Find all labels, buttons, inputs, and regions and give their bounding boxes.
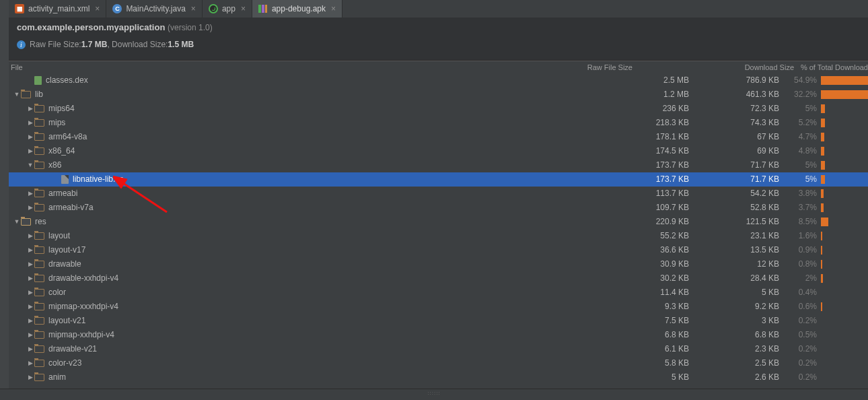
table-row[interactable]: ▶color11.4 KB5 KB0.4%	[9, 286, 868, 300]
col-raw-size[interactable]: Raw File Size	[587, 63, 632, 73]
tree-arrow-icon[interactable]: ▼	[13, 90, 21, 99]
percent-bar	[821, 302, 822, 311]
table-row[interactable]: ▶x86_64174.5 KB69 KB4.8%	[9, 144, 868, 158]
percent: 0.2%	[786, 343, 820, 355]
close-icon[interactable]: ×	[331, 3, 336, 15]
table-row[interactable]: ▶mips218.3 KB74.3 KB5.2%	[9, 116, 868, 130]
raw-size: 113.7 KB	[608, 188, 698, 199]
tree-arrow-icon[interactable]: ▶	[26, 119, 34, 127]
col-download-size[interactable]: Download Size	[745, 63, 794, 73]
col-file[interactable]: File	[11, 63, 23, 73]
download-size: 2.6 KB	[698, 372, 786, 383]
tree-arrow-icon[interactable]: ▶	[26, 345, 34, 354]
percent: 0.9%	[786, 244, 820, 256]
table-row[interactable]: classes.dex2.5 MB786.9 KB54.9%	[9, 73, 868, 88]
tree-arrow-icon[interactable]: ▶	[26, 331, 34, 339]
folder-icon	[34, 374, 44, 381]
editor-tabs: ▦activity_main.xml×CMainActivity.java×ap…	[9, 0, 868, 18]
tree-arrow-icon[interactable]: ▶	[26, 274, 34, 283]
apk-header-panel: com.example.person.myapplication (versio…	[9, 18, 868, 61]
info-icon: i	[17, 40, 26, 49]
percent-bar	[821, 189, 824, 198]
table-row[interactable]: ▼res220.9 KB121.5 KB8.5%	[9, 215, 868, 229]
table-row[interactable]: libnative-lib.so173.7 KB71.7 KB5%	[9, 172, 868, 187]
table-row[interactable]: ▼lib1.2 MB461.3 KB32.2%	[9, 88, 868, 102]
table-row[interactable]: ▶anim5 KB2.6 KB0.2%	[9, 370, 868, 385]
tree-arrow-icon[interactable]: ▶	[26, 373, 34, 382]
table-row[interactable]: ▶layout55.2 KB23.1 KB1.6%	[9, 229, 868, 243]
raw-size: 174.5 KB	[608, 145, 698, 157]
percent-bar	[821, 218, 828, 226]
table-row[interactable]: ▶armeabi-v7a109.7 KB52.8 KB3.7%	[9, 201, 868, 215]
tree-arrow-icon[interactable]: ▶	[26, 133, 34, 141]
percent-bar	[821, 90, 868, 99]
percent-bar	[821, 246, 822, 255]
tree-arrow-icon[interactable]: ▼	[13, 218, 21, 226]
percent: 0.2%	[786, 372, 820, 383]
folder-icon	[34, 261, 44, 268]
splitter-grip[interactable]: ::::::	[0, 389, 868, 400]
file-name: classes.dex	[46, 75, 88, 86]
tab-label: MainActivity.java	[126, 3, 185, 15]
close-icon[interactable]: ×	[191, 3, 196, 15]
file-name: armeabi	[48, 188, 77, 199]
close-icon[interactable]: ×	[95, 3, 100, 15]
tree-arrow-icon[interactable]: ▶	[26, 302, 34, 311]
download-size: 6.8 KB	[698, 329, 786, 341]
table-row[interactable]: ▶drawable30.9 KB12 KB0.8%	[9, 257, 868, 271]
file-name: drawable-v21	[48, 343, 97, 355]
percent-bar	[821, 119, 825, 127]
download-size: 71.7 KB	[698, 174, 786, 185]
tree-arrow-icon[interactable]: ▶	[26, 104, 34, 113]
percent: 54.9%	[786, 75, 820, 86]
table-row[interactable]: ▶armeabi113.7 KB54.2 KB3.8%	[9, 187, 868, 201]
folder-icon	[34, 147, 44, 155]
table-row[interactable]: ▶mips64236 KB72.3 KB5%	[9, 102, 868, 116]
table-row[interactable]: ▼x86173.7 KB71.7 KB5%	[9, 158, 868, 172]
file-name: drawable-xxhdpi-v4	[48, 273, 118, 284]
table-row[interactable]: ▶arm64-v8a178.1 KB67 KB4.7%	[9, 130, 868, 144]
table-row[interactable]: ▶layout-v217.5 KB3 KB0.2%	[9, 314, 868, 328]
tree-arrow-icon[interactable]: ▶	[26, 359, 34, 368]
table-row[interactable]: ▶drawable-v216.1 KB2.3 KB0.2%	[9, 342, 868, 356]
table-row[interactable]: ▶color-v235.8 KB2.5 KB0.2%	[9, 356, 868, 370]
table-row[interactable]: ▶drawable-xxhdpi-v430.2 KB28.4 KB2%	[9, 271, 868, 286]
folder-icon	[34, 331, 44, 339]
folder-icon	[34, 289, 44, 296]
raw-size: 173.7 KB	[608, 160, 698, 171]
tab-activity-main-xml[interactable]: ▦activity_main.xml×	[9, 0, 106, 18]
tree-arrow-icon[interactable]: ▶	[26, 316, 34, 325]
tree-arrow-icon[interactable]: ▶	[26, 189, 34, 198]
tree-arrow-icon[interactable]: ▶	[26, 203, 34, 212]
tab-app-debug-apk[interactable]: app-debug.apk×	[252, 0, 342, 18]
download-size: 12 KB	[698, 259, 786, 270]
download-size: 2.5 KB	[698, 358, 786, 369]
tree-arrow-icon[interactable]: ▼	[26, 161, 34, 170]
folder-icon	[34, 345, 44, 353]
java-file-icon: C	[112, 4, 122, 13]
close-icon[interactable]: ×	[241, 3, 246, 15]
tree-arrow-icon[interactable]: ▶	[26, 288, 34, 297]
percent: 1.6%	[786, 230, 820, 242]
table-row[interactable]: ▶mipmap-xxxhdpi-v49.3 KB9.2 KB0.6%	[9, 300, 868, 314]
col-percent[interactable]: % of Total Download	[801, 63, 868, 73]
tree-arrow-icon[interactable]: ▶	[26, 232, 34, 240]
download-size: 69 KB	[698, 145, 786, 157]
file-tree[interactable]: classes.dex2.5 MB786.9 KB54.9%▼lib1.2 MB…	[9, 73, 868, 391]
tree-arrow-icon[interactable]: ▶	[26, 147, 34, 156]
download-size: 74.3 KB	[698, 117, 786, 129]
percent-bar	[821, 147, 824, 156]
table-row[interactable]: ▶layout-v1736.6 KB13.5 KB0.9%	[9, 243, 868, 257]
folder-icon	[34, 162, 44, 169]
percent: 32.2%	[786, 89, 820, 100]
percent: 0.4%	[786, 287, 820, 298]
tree-arrow-icon[interactable]: ▶	[26, 246, 34, 255]
raw-size: 218.3 KB	[608, 117, 698, 129]
table-header: File Raw File Size Download Size % of To…	[9, 61, 868, 75]
tab-app[interactable]: app×	[203, 0, 252, 18]
tree-arrow-icon[interactable]: ▶	[26, 260, 34, 269]
folder-icon	[34, 133, 44, 141]
tab-mainactivity-java[interactable]: CMainActivity.java×	[106, 0, 203, 18]
percent: 5%	[786, 174, 820, 185]
table-row[interactable]: ▶mipmap-xxhdpi-v46.8 KB6.8 KB0.5%	[9, 328, 868, 342]
